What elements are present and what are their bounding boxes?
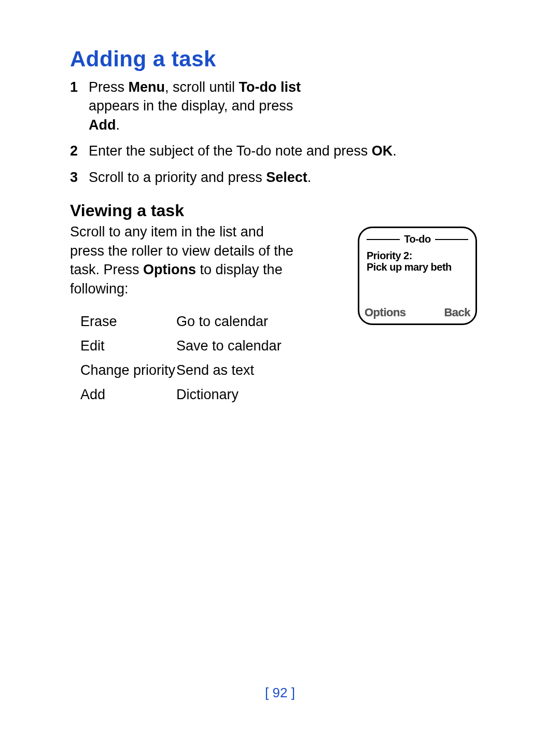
phone-softkey-left: Options xyxy=(365,306,406,319)
phone-title-bar: To-do xyxy=(359,233,475,245)
text-column: Scroll to any item in the list and press… xyxy=(70,222,347,403)
page-heading: Adding a task xyxy=(70,47,493,72)
step-text: Press Menu, scroll until To-do list appe… xyxy=(89,78,327,134)
option-item: Send as text xyxy=(176,362,347,378)
phone-softkey-right: Back xyxy=(444,306,470,319)
content-row: Scroll to any item in the list and press… xyxy=(70,222,493,403)
option-item: Change priority xyxy=(80,362,176,378)
phone-line-2: Pick up mary beth xyxy=(367,261,468,273)
step-item: 3Scroll to a priority and press Select. xyxy=(70,168,493,187)
page-number: [ 92 ] xyxy=(0,685,560,701)
step-item: 1Press Menu, scroll until To-do list app… xyxy=(70,78,493,134)
phone-screen: To-do Priority 2: Pick up mary beth Opti… xyxy=(358,227,477,325)
phone-content: Priority 2: Pick up mary beth xyxy=(367,250,468,273)
step-text: Scroll to a priority and press Select. xyxy=(89,168,493,187)
step-text: Enter the subject of the To-do note and … xyxy=(89,142,493,160)
phone-rule-left xyxy=(367,239,400,240)
phone-line-1: Priority 2: xyxy=(367,250,468,261)
subheading-viewing: Viewing a task xyxy=(70,201,493,220)
option-item: Erase xyxy=(80,314,176,330)
option-item: Dictionary xyxy=(176,387,347,403)
viewing-description: Scroll to any item in the list and press… xyxy=(70,222,298,298)
step-number: 1 xyxy=(70,78,89,96)
phone-screen-title: To-do xyxy=(403,233,432,245)
phone-illustration-column: To-do Priority 2: Pick up mary beth Opti… xyxy=(358,227,493,325)
options-table: EraseGo to calendarEditSave to calendarC… xyxy=(80,314,347,403)
manual-page: Adding a task 1Press Menu, scroll until … xyxy=(0,0,560,732)
step-number: 3 xyxy=(70,168,89,187)
phone-rule-right xyxy=(435,239,468,240)
step-number: 2 xyxy=(70,142,89,160)
steps-list: 1Press Menu, scroll until To-do list app… xyxy=(70,78,493,187)
step-item: 2Enter the subject of the To-do note and… xyxy=(70,142,493,160)
option-item: Edit xyxy=(80,338,176,354)
option-item: Add xyxy=(80,387,176,403)
option-item: Go to calendar xyxy=(176,314,347,330)
phone-softkeys: Options Back xyxy=(365,306,470,319)
option-item: Save to calendar xyxy=(176,338,347,354)
